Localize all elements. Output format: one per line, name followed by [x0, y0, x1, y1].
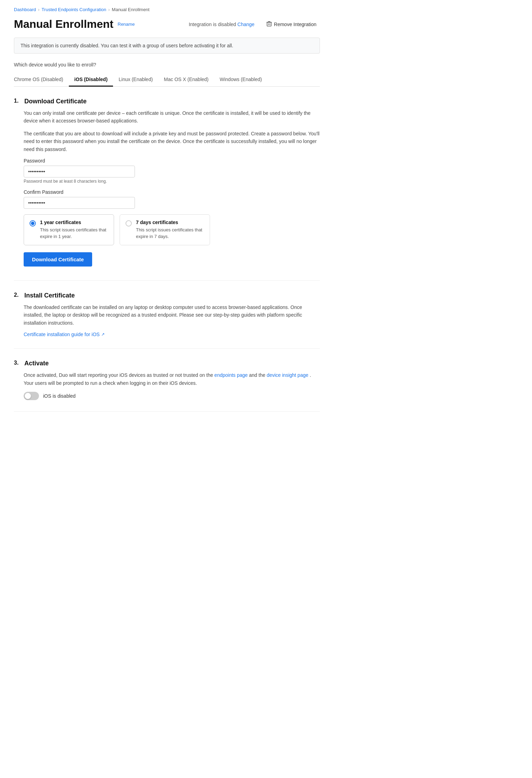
breadcrumb: Dashboard › Trusted Endpoints Configurat… [14, 7, 320, 12]
step1-header: 1. Download Certificate [14, 98, 320, 105]
header-actions: Integration is disabled Change Remove In… [189, 19, 320, 30]
step1-title: Download Certificate [24, 98, 87, 105]
cert-option-7days-content: 7 days certificates This script issues c… [136, 220, 204, 240]
page-title-group: Manual Enrollment Rename [14, 18, 135, 31]
change-link[interactable]: Change [237, 22, 255, 27]
confirm-password-input[interactable] [24, 197, 135, 209]
cert-installation-guide-link[interactable]: Certificate installation guide for iOS ↗ [24, 332, 105, 337]
password-input[interactable] [24, 166, 135, 177]
download-certificate-button[interactable]: Download Certificate [24, 252, 92, 267]
cert-option-1year-desc: This script issues certificates that exp… [40, 227, 108, 240]
tab-linux[interactable]: Linux (Enabled) [113, 73, 158, 87]
step3-body: Once activated, Duo will start reporting… [24, 371, 320, 400]
trash-icon [266, 21, 272, 27]
breadcrumb-trusted-endpoints[interactable]: Trusted Endpoints Configuration [42, 7, 106, 12]
cert-options: 1 year certificates This script issues c… [24, 214, 320, 245]
step2-section: 2. Install Certificate The downloaded ce… [14, 292, 320, 349]
breadcrumb-sep-2: › [108, 7, 110, 12]
page-header: Manual Enrollment Rename Integration is … [14, 18, 320, 31]
step2-number: 2. [14, 292, 21, 298]
tab-ios[interactable]: iOS (Disabled) [69, 73, 113, 87]
step1-section: 1. Download Certificate You can only ins… [14, 98, 320, 281]
breadcrumb-dashboard[interactable]: Dashboard [14, 7, 36, 12]
tab-windows[interactable]: Windows (Enabled) [214, 73, 267, 87]
rename-link[interactable]: Rename [118, 22, 135, 27]
ios-toggle[interactable] [24, 392, 39, 400]
device-section-label: Which device would you like to enroll? [14, 62, 320, 68]
cert-option-7days-desc: This script issues certificates that exp… [136, 227, 204, 240]
remove-integration-label: Remove Integration [274, 22, 316, 27]
step3-section: 3. Activate Once activated, Duo will sta… [14, 360, 320, 412]
cert-option-1year[interactable]: 1 year certificates This script issues c… [24, 214, 114, 245]
install-guide-label: Certificate installation guide for iOS [24, 332, 100, 337]
step3-header: 3. Activate [14, 360, 320, 367]
radio-1year [30, 220, 36, 227]
step2-desc: The downloaded certificate can be instal… [24, 303, 320, 327]
remove-integration-button[interactable]: Remove Integration [263, 19, 320, 30]
tab-chrome-os[interactable]: Chrome OS (Disabled) [14, 73, 69, 87]
toggle-label: iOS is disabled [43, 393, 75, 399]
integration-status: Integration is disabled Change [189, 22, 255, 27]
toggle-thumb [25, 393, 31, 399]
step1-body: You can only install one certificate per… [24, 109, 320, 269]
info-banner: This integration is currently disabled. … [14, 38, 320, 54]
external-link-icon: ↗ [101, 332, 105, 337]
password-group: Password Password must be at least 8 cha… [24, 158, 320, 184]
tab-mac-os[interactable]: Mac OS X (Enabled) [158, 73, 214, 87]
step2-title: Install Certificate [24, 292, 75, 299]
password-label: Password [24, 158, 320, 164]
cert-option-7days-title: 7 days certificates [136, 220, 204, 225]
device-insight-link[interactable]: device insight page [267, 372, 308, 378]
step1-desc2: The certificate that you are about to do… [24, 130, 320, 153]
page-title: Manual Enrollment [14, 18, 113, 31]
password-hint: Password must be at least 8 characters l… [24, 179, 320, 184]
step1-number: 1. [14, 98, 21, 104]
step1-desc1: You can only install one certificate per… [24, 109, 320, 125]
breadcrumb-current: Manual Enrollment [112, 7, 150, 12]
confirm-password-label: Confirm Password [24, 189, 320, 195]
cert-option-1year-content: 1 year certificates This script issues c… [40, 220, 108, 240]
step3-number: 3. [14, 360, 21, 366]
cert-option-7days[interactable]: 7 days certificates This script issues c… [120, 214, 210, 245]
step3-desc: Once activated, Duo will start reporting… [24, 371, 320, 387]
svg-rect-0 [267, 22, 271, 26]
endpoints-page-link[interactable]: endpoints page [215, 372, 248, 378]
step3-and-text: and the [249, 372, 265, 378]
confirm-password-group: Confirm Password [24, 189, 320, 209]
toggle-row: iOS is disabled [24, 392, 320, 400]
step3-title: Activate [24, 360, 49, 367]
step2-header: 2. Install Certificate [14, 292, 320, 299]
radio-7days [126, 220, 132, 227]
step2-body: The downloaded certificate can be instal… [24, 303, 320, 337]
breadcrumb-sep-1: › [38, 7, 40, 12]
tabs: Chrome OS (Disabled) iOS (Disabled) Linu… [14, 73, 320, 87]
cert-option-1year-title: 1 year certificates [40, 220, 108, 225]
step3-desc-text: Once activated, Duo will start reporting… [24, 372, 213, 378]
